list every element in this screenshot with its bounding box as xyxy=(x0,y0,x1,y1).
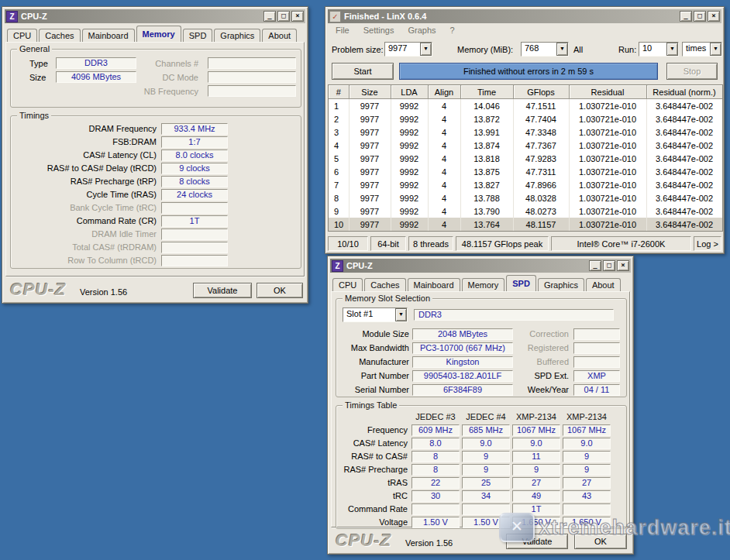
spd-row: Max Bandwidth PC3-10700 (667 MHz) xyxy=(336,341,513,355)
tab[interactable]: Caches xyxy=(364,278,405,291)
ok-button[interactable]: OK xyxy=(574,534,627,549)
cell-gflops: 48.1157 xyxy=(513,218,569,231)
memory-combo[interactable]: 768 ▼ xyxy=(521,42,569,57)
status-panel[interactable]: 48.1157 GFlops peak xyxy=(456,236,549,251)
timing-row-label: Command Rate xyxy=(336,503,411,515)
cell-run: 6 xyxy=(329,165,349,178)
table-row[interactable]: 1 9977 9992 4 14.046 47.1511 1.030721e-0… xyxy=(329,99,722,113)
tab[interactable]: Graphics xyxy=(538,278,584,291)
tab[interactable]: CPU xyxy=(7,29,37,42)
table-row[interactable]: 10 9977 9992 4 13.764 48.1157 1.030721e-… xyxy=(329,218,722,231)
chevron-down-icon[interactable]: ▼ xyxy=(395,308,407,321)
run-combo[interactable]: 10 ▼ xyxy=(639,42,679,57)
cell-gflops: 47.8966 xyxy=(513,178,569,191)
status-panel[interactable]: 8 threads xyxy=(408,236,453,251)
problem-size-combo[interactable]: 9977 ▼ xyxy=(384,42,432,57)
cpuz-memory-tab-bar: CPUCachesMainboardMemorySPDGraphicsAbout xyxy=(7,26,298,42)
timing-label: CAS# Latency (CL) xyxy=(11,149,161,161)
cell-size: 9977 xyxy=(349,191,391,204)
table-row[interactable]: 4 9977 9992 4 13.874 47.7367 1.030721e-0… xyxy=(329,139,722,152)
minimize-button[interactable]: _ xyxy=(589,260,601,271)
cell-residual: 1.030721e-010 xyxy=(569,204,646,218)
table-row[interactable]: 8 9977 9992 4 13.788 48.0328 1.030721e-0… xyxy=(329,191,722,204)
cell-residual-norm: 3.648447e-002 xyxy=(646,99,722,113)
tab[interactable]: Memory xyxy=(136,26,181,42)
cpuz-app-icon: Z xyxy=(332,260,343,272)
cpuz-spd-titlebar[interactable]: Z CPU-Z _ □ × xyxy=(330,259,631,273)
column-header[interactable]: Size xyxy=(349,85,391,99)
status-panel[interactable]: Intel® Core™ i7-2600K xyxy=(551,236,691,251)
timing-row: Bank Cycle Time (tRC) xyxy=(11,201,301,215)
cell-time: 13.991 xyxy=(460,125,513,139)
column-header[interactable]: LDA xyxy=(391,85,428,99)
timing-row-label: Frequency xyxy=(336,424,411,436)
chevron-down-icon[interactable]: ▼ xyxy=(666,43,678,56)
column-header[interactable]: Residual (norm.) xyxy=(646,85,722,99)
table-row[interactable]: 7 9977 9992 4 13.827 47.8966 1.030721e-0… xyxy=(329,178,722,191)
chevron-down-icon[interactable]: ▼ xyxy=(556,43,568,56)
column-header[interactable]: Residual xyxy=(569,85,646,99)
maximize-button[interactable]: □ xyxy=(694,11,706,22)
timing-row: Cycle Time (tRAS) 24 clocks xyxy=(11,188,301,201)
timing-row: DRAM Idle Timer xyxy=(11,228,301,241)
slot-combo[interactable]: Slot #1 ▼ xyxy=(343,307,408,322)
menu-item[interactable]: Graphs xyxy=(401,24,442,36)
status-panel[interactable]: 10/10 xyxy=(328,236,368,251)
spd-right-column: Correction Registered Buffered S xyxy=(513,327,620,397)
table-row[interactable]: 3 9977 9992 4 13.991 47.3348 1.030721e-0… xyxy=(329,125,722,139)
start-button[interactable]: Start xyxy=(332,63,394,80)
channels-value-field xyxy=(208,57,296,69)
status-panel[interactable]: Log > xyxy=(694,236,721,251)
maximize-button[interactable]: □ xyxy=(277,11,290,22)
tab-label: Caches xyxy=(370,280,399,290)
maximize-button[interactable]: □ xyxy=(603,260,615,271)
tab[interactable]: SPD xyxy=(506,275,536,291)
table-row[interactable]: 9 9977 9992 4 13.790 48.0273 1.030721e-0… xyxy=(329,204,722,218)
status-panel[interactable]: 64-bit xyxy=(370,236,406,251)
minimize-button[interactable]: _ xyxy=(680,11,692,22)
ok-button[interactable]: OK xyxy=(257,283,303,298)
tab[interactable]: About xyxy=(586,278,621,291)
minimize-button[interactable]: _ xyxy=(263,11,276,22)
timing-cell: 609 MHz xyxy=(411,424,460,436)
menu-item[interactable]: ? xyxy=(443,24,462,36)
column-header[interactable]: Align xyxy=(428,85,460,99)
tab[interactable]: Caches xyxy=(39,29,80,42)
times-combo[interactable]: times ▼ xyxy=(682,42,722,57)
tab[interactable]: Mainboard xyxy=(82,29,135,42)
table-row[interactable]: 6 9977 9992 4 13.875 47.7311 1.030721e-0… xyxy=(329,165,722,178)
timings-table-row: CAS# Latency 8.0 9.0 9.0 9.0 xyxy=(336,437,626,450)
validate-button[interactable]: Validate xyxy=(193,283,252,298)
tab[interactable]: SPD xyxy=(183,29,213,42)
chevron-down-icon[interactable]: ▼ xyxy=(710,43,721,56)
timings-table-row: Command Rate 1T xyxy=(336,503,626,516)
size-label: Size xyxy=(29,72,46,84)
tab[interactable]: Memory xyxy=(462,278,505,291)
column-header[interactable]: Time xyxy=(460,85,513,99)
menu-item[interactable]: Settings xyxy=(356,24,401,36)
column-header[interactable]: # xyxy=(329,85,349,99)
tab[interactable]: Mainboard xyxy=(408,278,460,291)
tab[interactable]: Graphics xyxy=(214,29,260,42)
timing-row: RAS# to CAS# Delay (tRCD) 9 clocks xyxy=(11,162,301,175)
chevron-down-icon[interactable]: ▼ xyxy=(420,43,432,56)
table-row[interactable]: 5 9977 9992 4 13.818 47.9283 1.030721e-0… xyxy=(329,152,722,165)
cell-lda: 9992 xyxy=(391,204,428,218)
tab[interactable]: CPU xyxy=(332,278,363,291)
close-button[interactable]: × xyxy=(291,11,304,22)
menu-item[interactable]: File xyxy=(329,24,356,36)
close-button[interactable]: × xyxy=(617,260,629,271)
timing-value-field xyxy=(161,255,228,266)
cpuz-memory-titlebar[interactable]: Z CPU-Z _ □ × xyxy=(5,9,305,23)
timings-table-legend: Timings Table xyxy=(343,400,399,411)
spd-left-column: Module Size 2048 MBytes Max Bandwidth PC… xyxy=(336,327,513,397)
spd-value-field: Kingston xyxy=(412,356,513,368)
validate-button[interactable]: Validate xyxy=(506,534,568,549)
results-table-wrap: #SizeLDAAlignTimeGFlopsResidualResidual … xyxy=(328,84,723,232)
column-header[interactable]: GFlops xyxy=(513,85,569,99)
linx-titlebar[interactable]: ✓ Finished - LinX 0.6.4 _ □ × xyxy=(328,9,721,23)
table-row[interactable]: 2 9977 9992 4 13.872 47.7404 1.030721e-0… xyxy=(329,112,722,125)
tab[interactable]: About xyxy=(262,29,297,42)
close-button[interactable]: × xyxy=(708,11,720,22)
stop-button[interactable]: Stop xyxy=(666,63,718,80)
